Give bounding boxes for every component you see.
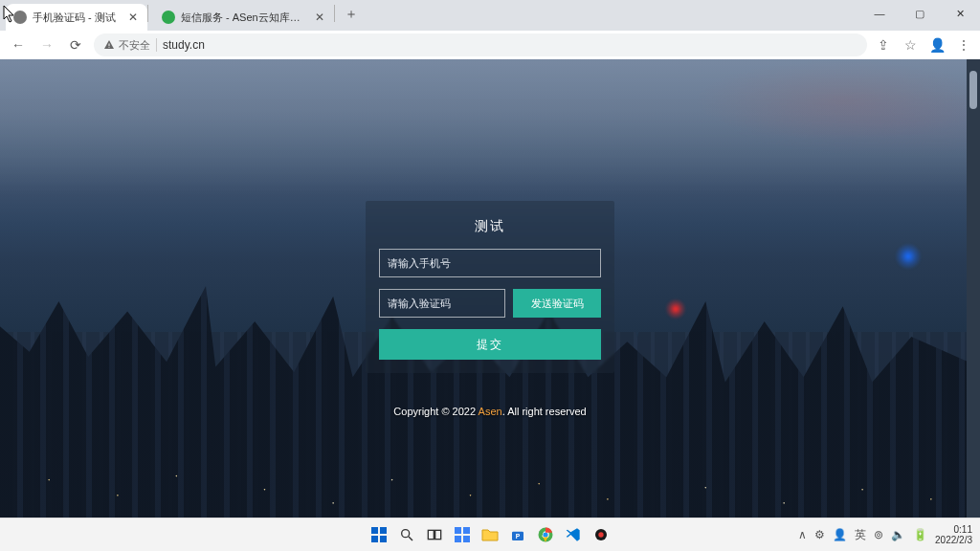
clock-date: 2022/2/3 (935, 535, 972, 545)
profile-avatar-icon[interactable]: 👤 (928, 36, 946, 54)
chrome-icon (537, 526, 554, 543)
svg-rect-3 (380, 527, 387, 534)
window-controls: — ▢ ✕ (859, 0, 980, 27)
svg-rect-11 (463, 527, 470, 534)
widgets-icon (454, 526, 471, 543)
tab-favicon-icon (162, 11, 175, 24)
windows-logo-icon (370, 526, 388, 543)
tray-overflow-icon[interactable]: ∧ (798, 528, 807, 541)
security-label: 不安全 (119, 38, 150, 53)
svg-rect-10 (455, 527, 461, 534)
svg-point-6 (402, 530, 410, 538)
toolbar-actions: ⇪ ☆ 👤 ⋮ (875, 36, 972, 54)
search-icon (399, 527, 414, 542)
submit-button[interactable]: 提交 (379, 329, 601, 360)
footer-link[interactable]: Asen (479, 406, 502, 417)
separator (156, 38, 157, 52)
taskbar-taskview-button[interactable] (422, 522, 447, 547)
bookmark-star-icon[interactable]: ☆ (902, 36, 919, 54)
tray-volume-icon[interactable]: 🔈 (891, 528, 905, 541)
tray-settings-icon[interactable]: ⚙ (814, 528, 825, 541)
footer-suffix: . All right reserved (502, 406, 587, 417)
background-accent-light-red (665, 298, 686, 320)
form-title: 测试 (379, 218, 601, 235)
tray-user-icon[interactable]: 👤 (833, 528, 847, 541)
svg-point-20 (598, 532, 603, 537)
warning-icon (103, 39, 115, 51)
taskbar-search-button[interactable] (394, 522, 419, 547)
taskbar-record-button[interactable] (589, 522, 613, 547)
phone-input[interactable] (379, 249, 601, 277)
tab-title: 短信服务 - ASen云知库开发API (181, 11, 309, 25)
tab-divider (334, 5, 335, 22)
browser-tab-inactive[interactable]: 短信服务 - ASen云知库开发API ✕ (154, 4, 334, 31)
svg-rect-1 (109, 47, 110, 48)
taskbar-clock[interactable]: 0:11 2022/2/3 (935, 524, 972, 545)
verification-code-input[interactable] (379, 289, 505, 318)
browser-menu-icon[interactable]: ⋮ (955, 36, 972, 54)
background-accent-light-blue (895, 243, 922, 270)
login-card: 测试 发送验证码 提交 (366, 201, 614, 373)
mouse-cursor (3, 5, 16, 24)
browser-tab-active[interactable]: 手机验证码 - 测试 ✕ (6, 4, 147, 31)
vertical-scrollbar[interactable] (967, 59, 980, 518)
svg-point-18 (543, 532, 547, 537)
footer-prefix: Copyright © 2022 (393, 406, 478, 417)
clock-time: 0:11 (935, 524, 972, 535)
store-icon: P (510, 527, 525, 542)
svg-rect-5 (380, 536, 387, 542)
svg-rect-12 (455, 536, 461, 542)
window-minimize-button[interactable]: — (859, 0, 900, 27)
windows-taskbar: P ∧ ⚙ 👤 英 ⊚ 🔈 🔋 0:11 2022/2/3 (0, 518, 980, 551)
new-tab-button[interactable]: ＋ (339, 2, 364, 27)
taskbar-vscode-button[interactable] (561, 522, 586, 547)
svg-rect-8 (428, 530, 434, 539)
taskbar-chrome-button[interactable] (533, 522, 558, 547)
taskview-icon (427, 527, 442, 542)
url-text: study.cn (163, 38, 205, 52)
nav-forward-button[interactable]: → (36, 34, 57, 55)
send-code-button[interactable]: 发送验证码 (513, 289, 601, 318)
share-icon[interactable]: ⇪ (875, 36, 892, 54)
footer-copyright: Copyright © 2022 Asen. All right reserve… (393, 406, 586, 417)
record-icon (593, 527, 609, 542)
browser-toolbar: ← → ⟳ 不安全 study.cn ⇪ ☆ 👤 ⋮ (0, 31, 980, 60)
tab-title: 手机验证码 - 测试 (33, 11, 122, 25)
tab-divider (147, 5, 148, 22)
svg-rect-13 (463, 536, 470, 542)
taskbar-widgets-button[interactable] (450, 522, 475, 547)
address-bar[interactable]: 不安全 study.cn (94, 33, 867, 56)
browser-tab-strip: 手机验证码 - 测试 ✕ 短信服务 - ASen云知库开发API ✕ ＋ — ▢… (0, 0, 980, 31)
svg-rect-4 (371, 536, 378, 542)
taskbar-store-button[interactable]: P (505, 522, 530, 547)
window-maximize-button[interactable]: ▢ (900, 0, 940, 27)
system-tray: ∧ ⚙ 👤 英 ⊚ 🔈 🔋 0:11 2022/2/3 (798, 524, 972, 545)
svg-text:P: P (516, 533, 521, 540)
start-button[interactable] (367, 522, 391, 547)
svg-line-7 (409, 537, 412, 540)
tab-close-icon[interactable]: ✕ (128, 11, 138, 24)
page-viewport: 测试 发送验证码 提交 Copyright © 2022 Asen. All r… (0, 59, 980, 518)
folder-icon (481, 527, 499, 542)
taskbar-explorer-button[interactable] (478, 522, 502, 547)
tray-ime-icon[interactable]: 英 (855, 527, 866, 543)
svg-rect-2 (371, 527, 378, 534)
window-close-button[interactable]: ✕ (940, 0, 980, 27)
svg-rect-9 (435, 530, 441, 539)
tray-battery-icon[interactable]: 🔋 (913, 528, 927, 541)
taskbar-apps: P (367, 522, 613, 547)
vscode-icon (566, 527, 581, 542)
tray-network-icon[interactable]: ⊚ (874, 528, 883, 541)
tab-close-icon[interactable]: ✕ (315, 11, 324, 24)
nav-reload-button[interactable]: ⟳ (65, 34, 86, 55)
nav-back-button[interactable]: ← (8, 34, 29, 55)
scrollbar-thumb[interactable] (969, 71, 977, 109)
svg-rect-0 (109, 44, 110, 47)
site-security-indicator[interactable]: 不安全 (103, 38, 150, 53)
